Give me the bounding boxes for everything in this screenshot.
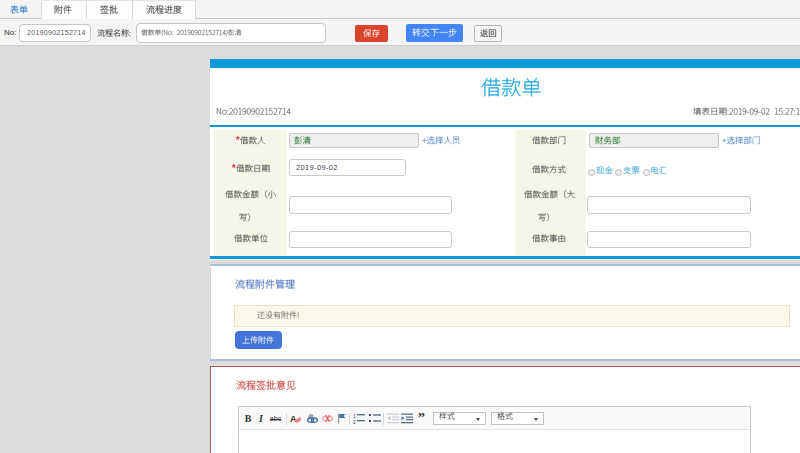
svg-text:A: A: [290, 414, 297, 424]
svg-text:2: 2: [353, 419, 356, 425]
